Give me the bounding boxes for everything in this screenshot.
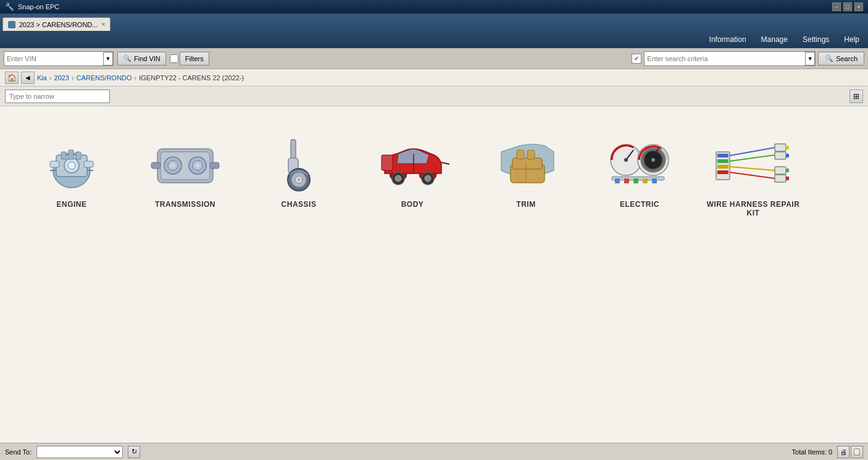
breadcrumb-year[interactable]: 2023 (54, 74, 69, 82)
breadcrumb-model[interactable]: CARENS/RONDO (77, 74, 132, 82)
svg-point-15 (171, 164, 175, 167)
svg-rect-35 (512, 158, 542, 169)
filters-button[interactable]: Filters (180, 52, 209, 65)
send-to-label: Send To: (5, 448, 31, 456)
search-magnifier-icon: 🔍 (825, 54, 833, 62)
vin-input[interactable] (4, 52, 103, 65)
svg-rect-63 (775, 144, 786, 151)
svg-rect-49 (615, 178, 620, 183)
engine-image (31, 133, 112, 195)
search-icon: 🔍 (123, 54, 131, 62)
breadcrumb-kia[interactable]: Kia (37, 74, 47, 82)
svg-point-29 (395, 175, 401, 182)
find-vin-button[interactable]: 🔍 Find VIN (117, 52, 166, 65)
send-to-select[interactable] (36, 446, 123, 458)
breadcrumb-bar: 🏠 ◄ Kia › 2023 › CARENS/RONDO › IGENPTY2… (0, 69, 868, 86)
trim-svg (489, 136, 563, 192)
search-input[interactable] (645, 52, 805, 65)
export-button[interactable]: 📋 (851, 446, 863, 458)
search-checkbox[interactable]: ✓ (632, 54, 641, 64)
svg-point-47 (651, 158, 655, 162)
svg-line-60 (730, 155, 775, 161)
svg-point-18 (196, 164, 199, 167)
category-electric[interactable]: ELECTRIC (583, 122, 696, 226)
chassis-image (259, 133, 339, 195)
svg-line-61 (730, 167, 775, 170)
grid-view-button[interactable]: ⊞ (849, 90, 863, 103)
svg-rect-53 (652, 178, 657, 183)
back-button[interactable]: ◄ (21, 72, 35, 84)
body-image (372, 133, 453, 195)
filters-checkbox[interactable] (170, 54, 178, 63)
chassis-svg (265, 136, 333, 192)
minimize-button[interactable]: − (832, 2, 841, 11)
search-dropdown-button[interactable]: ▼ (805, 52, 815, 65)
breadcrumb-sep-1: › (49, 74, 52, 82)
svg-rect-6 (61, 152, 66, 159)
print-button[interactable]: 🖨 (837, 446, 849, 458)
svg-rect-2 (50, 161, 59, 167)
svg-rect-3 (84, 161, 93, 167)
menu-information[interactable]: Information (707, 34, 749, 45)
svg-rect-68 (786, 169, 789, 172)
engine-svg (38, 136, 106, 192)
wire-harness-label: WIRE HARNESS REPAIR KIT (703, 200, 804, 217)
menu-manage[interactable]: Manage (759, 34, 790, 45)
category-chassis[interactable]: CHASSIS (242, 122, 356, 226)
back-icon: ◄ (24, 73, 31, 82)
tab-close-button[interactable]: × (101, 21, 105, 28)
tab-bar: 2023 > CARENS/ROND... × (0, 14, 868, 31)
svg-point-26 (298, 178, 300, 181)
refresh-button[interactable]: ↻ (128, 446, 140, 458)
category-engine[interactable]: ENGINE (15, 122, 128, 226)
body-label: BODY (401, 200, 424, 209)
breadcrumb-sep-3: › (135, 74, 137, 82)
transmission-label: TRANSMISSION (155, 200, 215, 209)
tab-label: 2023 > CARENS/ROND... (19, 21, 98, 28)
svg-line-62 (730, 172, 775, 178)
transmission-image (145, 133, 225, 195)
category-wire-harness[interactable]: WIRE HARNESS REPAIR KIT (696, 122, 810, 226)
search-button[interactable]: 🔍 Search (818, 52, 864, 65)
engine-label: ENGINE (56, 200, 86, 209)
svg-rect-19 (151, 162, 161, 169)
wire-harness-image (713, 133, 793, 195)
svg-point-41 (624, 158, 628, 162)
svg-rect-65 (775, 152, 786, 159)
category-trim[interactable]: TRIM (469, 122, 583, 226)
menu-help[interactable]: Help (841, 34, 862, 45)
tab-icon (8, 21, 15, 28)
home-button[interactable]: 🏠 (5, 72, 19, 84)
body-svg (372, 136, 453, 192)
narrow-bar: ⊞ (0, 86, 868, 106)
svg-rect-66 (786, 154, 789, 157)
filters-container: Filters (170, 52, 209, 65)
toolbar: ▼ 🔍 Find VIN Filters ✓ ▼ 🔍 Search (0, 48, 868, 69)
svg-rect-37 (517, 150, 524, 159)
svg-rect-67 (775, 167, 786, 174)
svg-rect-64 (786, 146, 789, 149)
electric-label: ELECTRIC (620, 200, 659, 209)
svg-rect-57 (717, 165, 728, 169)
breadcrumb-current: IGENPTY22 - CARENS 22 (2022-) (139, 74, 244, 82)
svg-line-59 (730, 148, 775, 156)
category-body[interactable]: BODY (356, 122, 469, 226)
svg-point-31 (425, 175, 431, 182)
app-icon: 🔧 (5, 2, 14, 11)
status-right-buttons: 🖨 📋 (837, 446, 863, 458)
total-items: Total Items: 0 (792, 448, 832, 456)
category-transmission[interactable]: TRANSMISSION (128, 122, 242, 226)
breadcrumb-sep-2: › (72, 74, 74, 82)
menu-settings[interactable]: Settings (800, 34, 832, 45)
svg-rect-38 (527, 150, 535, 159)
tab-item[interactable]: 2023 > CARENS/ROND... × (2, 17, 111, 31)
svg-rect-70 (786, 177, 789, 180)
main-content: ENGINE (0, 106, 868, 451)
vin-dropdown[interactable]: ▼ (103, 52, 113, 65)
svg-rect-58 (717, 170, 728, 174)
svg-rect-32 (382, 155, 393, 170)
close-button[interactable]: × (854, 2, 863, 11)
narrow-input[interactable] (5, 90, 110, 103)
trim-image (486, 133, 566, 195)
maximize-button[interactable]: □ (843, 2, 852, 11)
